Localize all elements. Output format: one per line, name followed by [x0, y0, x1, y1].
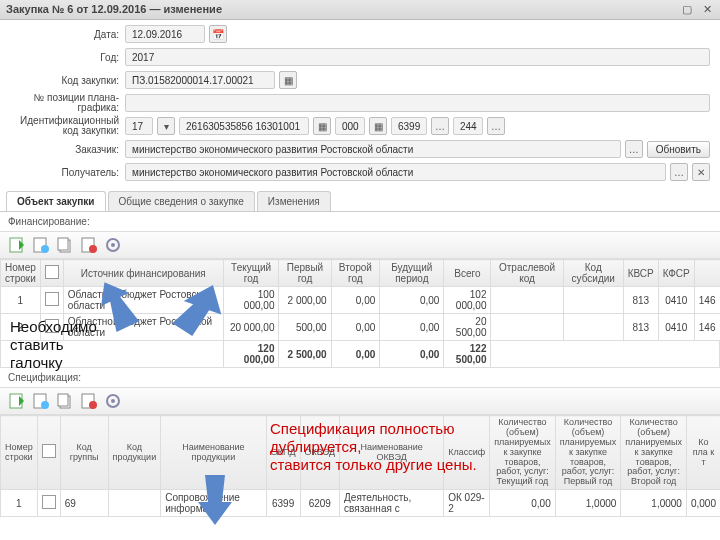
edit-row-icon[interactable] [32, 236, 50, 254]
header-form: Дата:12.09.2016📅 Год:2017 Код закупки:ПЗ… [0, 20, 720, 187]
fin-col-n: Номер строки [1, 260, 41, 287]
spec-add-icon[interactable] [8, 392, 26, 410]
spec-col-q1: Количество (объем) планируемых к закупке… [490, 416, 556, 490]
fin-col-kvsr: КВСР [623, 260, 658, 287]
spec-col-q2: Количество (объем) планируемых к закупке… [555, 416, 621, 490]
spec-col-okvedname: Наименование ОКВЭД [340, 416, 444, 490]
receiver-label: Получатель: [10, 167, 125, 178]
fin-total-row: 120 000,00 2 500,00 0,00 0,00 122 500,00 [1, 341, 720, 368]
customer-label: Заказчик: [10, 144, 125, 155]
spec-toolbar [0, 387, 720, 415]
id-part-a[interactable]: 17 [125, 117, 153, 135]
maximize-icon[interactable]: ▢ [680, 3, 694, 16]
fin-header-checkbox[interactable] [45, 265, 59, 279]
id-label: Идентификационный код закупки: [10, 116, 125, 136]
tab-changes[interactable]: Изменения [257, 191, 331, 211]
calendar-icon[interactable]: 📅 [209, 25, 227, 43]
spec-col-q3: Количество (объем) планируемых к закупке… [621, 416, 687, 490]
spec-edit-icon[interactable] [32, 392, 50, 410]
title-bar: Закупка № 6 от 12.09.2016 — изменение ▢ … [0, 0, 720, 20]
svg-point-11 [41, 401, 49, 409]
fin-col-tot: Всего [444, 260, 491, 287]
receiver-field[interactable]: министерство экономического развития Рос… [125, 163, 666, 181]
row-checkbox[interactable] [45, 292, 59, 306]
spec-col-prod: Код продукции [108, 416, 161, 490]
spec-table: Номер строки Код группы Код продукции На… [0, 415, 720, 517]
fin-col-otr: Отраслевой код [491, 260, 563, 287]
id-a-dropdown-icon[interactable]: ▾ [157, 117, 175, 135]
row-checkbox[interactable] [42, 495, 56, 509]
tab-general[interactable]: Общие сведения о закупке [108, 191, 255, 211]
customer-field[interactable]: министерство экономического развития Рос… [125, 140, 621, 158]
settings-icon[interactable] [104, 236, 122, 254]
id-e-picker-icon[interactable]: … [487, 117, 505, 135]
code-label: Код закупки: [10, 75, 125, 86]
receiver-picker-icon[interactable]: … [670, 163, 688, 181]
spec-copy-icon[interactable] [56, 392, 74, 410]
window-controls: ▢ ✕ [680, 3, 714, 16]
svg-point-17 [111, 399, 115, 403]
spec-col-q4: Ко пла к т [686, 416, 720, 490]
table-row[interactable]: 169Сопровождение информац63996209Деятель… [1, 490, 721, 517]
fin-col-cur: Текущий год [223, 260, 279, 287]
refresh-button[interactable]: Обновить [647, 141, 710, 158]
id-c-picker-icon[interactable]: ▦ [369, 117, 387, 135]
svg-point-2 [41, 245, 49, 253]
svg-point-15 [89, 401, 97, 409]
financing-label: Финансирование: [0, 212, 720, 231]
receiver-clear-icon[interactable]: ✕ [692, 163, 710, 181]
spec-label: Спецификация: [0, 368, 720, 387]
svg-point-8 [111, 243, 115, 247]
window-title: Закупка № 6 от 12.09.2016 — изменение [6, 3, 222, 16]
delete-row-icon[interactable] [80, 236, 98, 254]
fin-col-src: Источник финансирования [63, 260, 223, 287]
id-d-picker-icon[interactable]: … [431, 117, 449, 135]
spec-col-klass: Классиф [444, 416, 490, 490]
spec-col-okpd: ОКПД [266, 416, 300, 490]
spec-col-grp: Код группы [60, 416, 108, 490]
table-row[interactable]: 1Областной бюджет Ростовской области100 … [1, 287, 720, 314]
id-b-picker-icon[interactable]: ▦ [313, 117, 331, 135]
plan-label: № позиции плана-графика: [10, 93, 125, 113]
tab-object[interactable]: Объект закупки [6, 191, 106, 211]
svg-rect-4 [58, 238, 68, 250]
fin-col-chk [40, 260, 63, 287]
svg-rect-13 [58, 394, 68, 406]
date-field[interactable]: 12.09.2016 [125, 25, 205, 43]
spec-settings-icon[interactable] [104, 392, 122, 410]
id-part-d[interactable]: 6399 [391, 117, 427, 135]
id-part-e[interactable]: 244 [453, 117, 483, 135]
customer-picker-icon[interactable]: … [625, 140, 643, 158]
year-field[interactable]: 2017 [125, 48, 710, 66]
spec-col-n: Номер строки [1, 416, 38, 490]
spec-header-checkbox[interactable] [42, 444, 56, 458]
fin-col-y1: Первый год [279, 260, 331, 287]
financing-table: Номер строки Источник финансирования Тек… [0, 259, 720, 368]
spec-delete-icon[interactable] [80, 392, 98, 410]
row-checkbox[interactable] [45, 319, 59, 333]
code-field[interactable]: ПЗ.01582000014.17.00021 [125, 71, 275, 89]
close-icon[interactable]: ✕ [700, 3, 714, 16]
copy-row-icon[interactable] [56, 236, 74, 254]
fin-col-sub: Код субсидии [563, 260, 623, 287]
plan-field[interactable] [125, 94, 710, 112]
code-picker-icon[interactable]: ▦ [279, 71, 297, 89]
spec-col-okved: ОКВЭД [300, 416, 340, 490]
table-row[interactable]: 2Областной бюджет Ростовской области20 0… [1, 314, 720, 341]
spec-col-name: Наименование продукции [161, 416, 266, 490]
spec-col-chk [37, 416, 60, 490]
svg-point-6 [89, 245, 97, 253]
fin-col-y2: Второй год [331, 260, 380, 287]
fin-col-kfsr: КФСР [658, 260, 694, 287]
date-label: Дата: [10, 29, 125, 40]
tab-strip: Объект закупки Общие сведения о закупке … [0, 191, 720, 212]
year-label: Год: [10, 52, 125, 63]
id-part-b[interactable]: 261630535856 16301001 [179, 117, 309, 135]
add-row-icon[interactable] [8, 236, 26, 254]
id-part-c[interactable]: 000 [335, 117, 365, 135]
financing-toolbar [0, 231, 720, 259]
fin-col-fut: Будущий период [380, 260, 444, 287]
